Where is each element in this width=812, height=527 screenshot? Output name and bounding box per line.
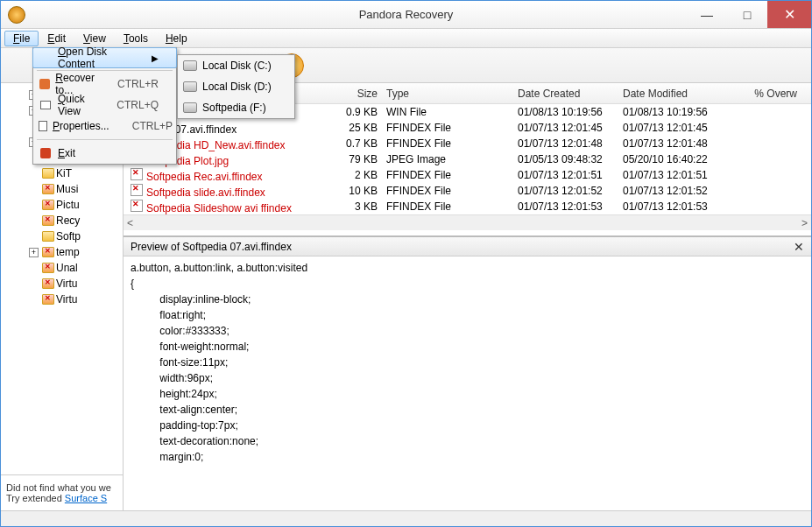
hint-line1: Did not find what you we xyxy=(6,482,117,493)
drive-item[interactable]: Softpedia (F:) xyxy=(178,97,294,118)
file-modified: 01/07/13 12:01:52 xyxy=(623,185,728,197)
file-modified: 01/08/13 10:19:56 xyxy=(623,106,728,118)
file-created: 01/07/13 12:01:51 xyxy=(518,169,623,181)
menu-view[interactable]: View xyxy=(74,31,115,46)
hint-line2: Try extended xyxy=(6,493,65,503)
submenu-arrow-icon: ▶ xyxy=(152,53,159,63)
preview-header: Preview of Softpedia 07.avi.ffindex ✕ xyxy=(124,237,811,256)
recover-icon xyxy=(39,77,50,91)
file-modified: 01/07/13 12:01:53 xyxy=(623,200,728,213)
file-created: 01/08/13 10:19:56 xyxy=(518,106,623,118)
scroll-right-icon[interactable]: > xyxy=(801,217,808,229)
file-row[interactable]: Softpedia HD_New.avi.ffindex0.7 KBFFINDE… xyxy=(124,136,811,151)
menu-shortcut: CTRL+Q xyxy=(117,99,159,111)
file-created: 01/05/13 09:48:32 xyxy=(518,153,623,165)
tree-item[interactable]: Recy xyxy=(4,213,123,228)
tree-item[interactable]: +temp xyxy=(4,244,123,260)
folder-icon xyxy=(42,215,54,226)
tree-item[interactable]: Virtu xyxy=(4,292,123,307)
file-row[interactable]: Softpedia Slideshow avi ffindex3 KBFFIND… xyxy=(124,199,811,214)
file-created: 01/07/13 12:01:48 xyxy=(518,137,623,150)
col-type[interactable]: Type xyxy=(386,88,518,100)
tree-label: Musi xyxy=(56,183,78,195)
menu-item-quick-view[interactable]: Quick ViewCTRL+Q xyxy=(33,95,176,116)
file-row[interactable]: pedia 07.avi.ffindex25 KBFFINDEX File01/… xyxy=(124,120,811,136)
file-row[interactable]: Softpedia Rec.avi.ffindex2 KBFFINDEX Fil… xyxy=(124,167,811,183)
drive-label: Softpedia (F:) xyxy=(202,102,277,114)
menu-edit[interactable]: Edit xyxy=(39,31,74,46)
tree-item[interactable]: Softp xyxy=(4,228,123,244)
menu-shortcut: CTRL+P xyxy=(132,120,173,132)
expander-icon[interactable]: + xyxy=(29,248,39,257)
preview-panel: Preview of Softpedia 07.avi.ffindex ✕ a.… xyxy=(124,235,811,510)
tree-label: Unal xyxy=(56,262,78,274)
tree-item[interactable]: KiT xyxy=(4,165,123,181)
file-icon xyxy=(131,200,143,212)
drive-icon xyxy=(183,59,197,73)
file-size: 79 KB xyxy=(325,153,386,165)
tree-item[interactable]: Musi xyxy=(4,181,123,197)
tree-item[interactable]: Virtu xyxy=(4,276,123,292)
statusbar xyxy=(1,510,811,526)
minimize-button[interactable]: — xyxy=(687,1,727,28)
menu-item-exit[interactable]: Exit xyxy=(33,143,176,164)
window-controls: — □ ✕ xyxy=(687,1,811,28)
folder-icon xyxy=(42,184,54,194)
menu-label: Open Disk Content xyxy=(58,46,146,70)
tree-item[interactable]: Pictu xyxy=(4,197,123,213)
disk-submenu: Local Disk (C:)Local Disk (D:)Softpedia … xyxy=(177,54,295,119)
col-size[interactable]: Size xyxy=(325,88,386,100)
tree-item[interactable]: Unal xyxy=(4,260,123,276)
horizontal-scrollbar[interactable]: < > xyxy=(124,214,811,230)
drive-item[interactable]: Local Disk (C:) xyxy=(178,55,294,76)
surface-scan-link[interactable]: Surface S xyxy=(65,493,107,503)
preview-title: Preview of Softpedia 07.avi.ffindex xyxy=(131,241,292,253)
file-row[interactable]: Softpedia Plot.jpg79 KBJPEG Image01/05/1… xyxy=(124,151,811,167)
menu-shortcut: CTRL+R xyxy=(117,78,159,90)
file-created: 01/07/13 12:01:52 xyxy=(518,185,623,197)
hint-panel: Did not find what you we Try extended Su… xyxy=(1,474,123,510)
file-type: FFINDEX File xyxy=(386,200,518,213)
folder-icon xyxy=(42,231,54,242)
menu-tools[interactable]: Tools xyxy=(115,31,157,46)
menu-item-properties-[interactable]: Properties...CTRL+P xyxy=(33,116,176,137)
drive-icon xyxy=(183,80,197,94)
folder-icon xyxy=(42,247,54,257)
tree-label: KiT xyxy=(56,167,72,179)
folder-icon xyxy=(42,278,54,289)
col-created[interactable]: Date Created xyxy=(518,88,623,100)
file-size: 3 KB xyxy=(325,200,386,213)
file-type: FFINDEX File xyxy=(386,169,518,181)
menu-label: Properties... xyxy=(53,120,109,132)
col-overwritten[interactable]: % Overw xyxy=(728,88,811,100)
close-button[interactable]: ✕ xyxy=(767,1,811,28)
menu-file[interactable]: File xyxy=(4,31,39,46)
app-icon xyxy=(8,6,25,24)
drive-item[interactable]: Local Disk (D:) xyxy=(178,76,294,97)
scroll-left-icon[interactable]: < xyxy=(127,217,133,229)
tree-label: temp xyxy=(56,246,80,258)
menu-item-open-disk-content[interactable]: Open Disk Content▶ xyxy=(32,47,177,68)
tree-label: Recy xyxy=(56,214,80,227)
view-icon xyxy=(39,98,53,112)
file-modified: 01/07/13 12:01:51 xyxy=(623,169,728,181)
titlebar[interactable]: Pandora Recovery — □ ✕ xyxy=(1,1,811,29)
menu-label: Exit xyxy=(58,147,159,159)
folder-icon xyxy=(42,263,54,273)
col-modified[interactable]: Date Modified xyxy=(623,88,728,100)
tree-label: Pictu xyxy=(56,199,80,211)
file-size: 10 KB xyxy=(325,185,386,197)
file-created: 01/07/13 12:01:45 xyxy=(518,122,623,134)
file-size: 0.9 KB xyxy=(325,106,386,118)
file-icon xyxy=(131,184,143,196)
maximize-button[interactable]: □ xyxy=(727,1,767,28)
menu-item-recover-to-[interactable]: Recover to...CTRL+R xyxy=(33,74,176,95)
file-row[interactable]: Softpedia slide.avi.ffindex10 KBFFINDEX … xyxy=(124,183,811,199)
drive-label: Local Disk (D:) xyxy=(202,81,277,93)
preview-body[interactable]: a.button, a.button:link, a.button:visite… xyxy=(124,256,811,510)
menu-help[interactable]: Help xyxy=(157,31,196,46)
list-body[interactable]: efile.win0.9 KBWIN File01/08/13 10:19:56… xyxy=(124,104,811,214)
preview-close-button[interactable]: ✕ xyxy=(794,240,804,254)
file-name: Softpedia Rec.avi.ffindex xyxy=(146,171,263,183)
file-icon xyxy=(131,168,143,180)
